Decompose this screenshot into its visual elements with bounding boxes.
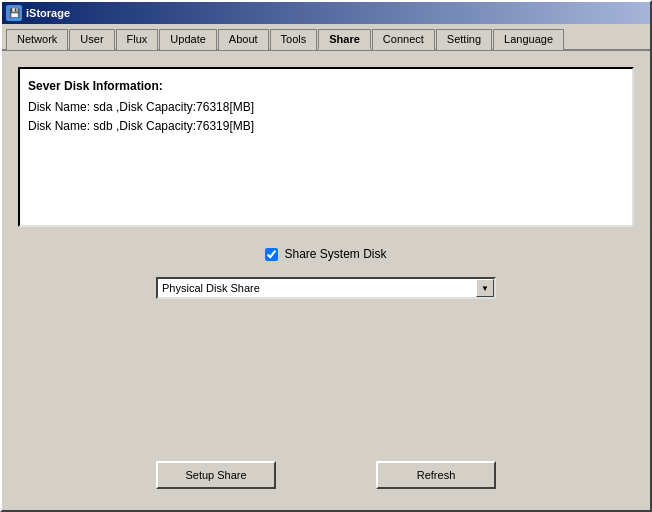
dropdown-row: Physical Disk Share Logical Disk Share ▼ (18, 277, 634, 299)
refresh-button[interactable]: Refresh (376, 461, 496, 489)
tab-tools[interactable]: Tools (270, 29, 318, 50)
disk-share-dropdown[interactable]: Physical Disk Share Logical Disk Share (156, 277, 496, 299)
tab-setting[interactable]: Setting (436, 29, 492, 50)
tab-connect[interactable]: Connect (372, 29, 435, 50)
tab-language[interactable]: Language (493, 29, 564, 50)
tab-bar: Network User Flux Update About Tools Sha… (2, 24, 650, 51)
tab-update[interactable]: Update (159, 29, 216, 50)
share-system-disk-checkbox[interactable] (265, 248, 278, 261)
buttons-row: Setup Share Refresh (18, 441, 634, 489)
share-system-disk-label[interactable]: Share System Disk (284, 247, 386, 261)
main-window: 💾 iStorage Network User Flux Update Abou… (0, 0, 652, 512)
disk-info-box: Sever Disk Information: Disk Name: sda ,… (18, 67, 634, 227)
tab-share[interactable]: Share (318, 29, 371, 50)
disk-info-line2: Disk Name: sdb ,Disk Capacity:76319[MB] (28, 117, 624, 136)
tab-about[interactable]: About (218, 29, 269, 50)
share-system-disk-row: Share System Disk (18, 247, 634, 261)
tab-network[interactable]: Network (6, 29, 68, 50)
tab-flux[interactable]: Flux (116, 29, 159, 50)
dropdown-wrapper: Physical Disk Share Logical Disk Share ▼ (156, 277, 496, 299)
disk-info-line1: Disk Name: sda ,Disk Capacity:76318[MB] (28, 98, 624, 117)
app-icon: 💾 (6, 5, 22, 21)
window-title: iStorage (26, 7, 70, 19)
setup-share-button[interactable]: Setup Share (156, 461, 276, 489)
content-area: Sever Disk Information: Disk Name: sda ,… (2, 51, 650, 505)
title-bar: 💾 iStorage (2, 2, 650, 24)
tab-user[interactable]: User (69, 29, 114, 50)
disk-info-title: Sever Disk Information: (28, 77, 624, 96)
